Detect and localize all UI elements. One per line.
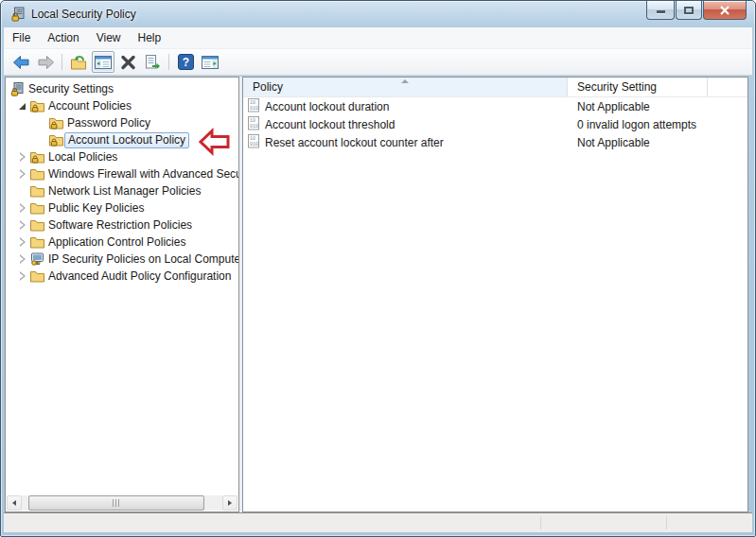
delete-button[interactable]: [116, 51, 139, 73]
expander-collapsed-icon[interactable]: [16, 152, 28, 162]
close-icon: [719, 6, 730, 15]
tree-item-label: Advanced Audit Policy Configuration: [48, 269, 231, 283]
policy-row-account-lockout-duration[interactable]: 10 010 Account lockout duration Not Appl…: [243, 97, 747, 115]
toolbar-separator: [62, 54, 62, 70]
expander-expanded-icon[interactable]: [16, 103, 28, 110]
tree-item-windows-firewall[interactable]: Windows Firewall with Advanced Security: [6, 165, 238, 182]
security-setting-value: 0 invalid logon attempts: [568, 118, 708, 131]
horizontal-scrollbar[interactable]: [7, 495, 237, 511]
svg-text:010: 010: [250, 106, 258, 112]
local-security-policy-window: Local Security Policy File Action View H…: [0, 0, 756, 537]
folder-lock-icon: [30, 99, 44, 113]
expander-collapsed-icon[interactable]: [16, 203, 28, 213]
maximize-icon: [684, 7, 694, 14]
toolbar: ?: [4, 49, 752, 76]
back-button[interactable]: [9, 51, 32, 73]
show-hide-console-tree-icon: [95, 56, 112, 69]
policy-row-reset-lockout-counter[interactable]: 10 010 Reset account lockout counter aft…: [243, 133, 747, 151]
scroll-left-icon: [12, 500, 16, 506]
status-bar-divider: [666, 516, 667, 529]
up-one-level-button[interactable]: [67, 51, 90, 73]
folder-icon: [30, 201, 44, 215]
expander-collapsed-icon[interactable]: [16, 254, 28, 264]
column-header-label: Security Setting: [577, 80, 657, 94]
menu-file[interactable]: File: [4, 28, 39, 47]
scroll-left-button[interactable]: [7, 495, 22, 511]
tree-item-application-control[interactable]: Application Control Policies: [6, 234, 238, 251]
policy-doc-icon: 10 010: [247, 116, 260, 133]
help-button[interactable]: ?: [174, 51, 197, 73]
menu-help[interactable]: Help: [130, 28, 170, 47]
expander-collapsed-icon[interactable]: [16, 220, 28, 230]
list-header: Policy Security Setting: [243, 78, 747, 97]
close-button[interactable]: [703, 1, 747, 20]
tree-item-label: Password Policy: [67, 116, 150, 130]
show-hide-action-pane-button[interactable]: [199, 51, 221, 73]
toolbar-separator: [168, 54, 169, 70]
folder-icon: [30, 269, 44, 283]
tree-item-security-settings[interactable]: Security Settings: [6, 80, 238, 97]
tree-item-label: Software Restriction Policies: [48, 218, 192, 232]
expander-collapsed-icon[interactable]: [16, 169, 28, 179]
selected-tree-item-highlight: Account Lockout Policy: [64, 132, 189, 148]
show-hide-action-pane-icon: [202, 56, 219, 69]
expander-collapsed-icon[interactable]: [16, 271, 28, 281]
tree-item-public-key-policies[interactable]: Public Key Policies: [6, 199, 238, 217]
folder-icon: [30, 235, 44, 249]
menu-bar: File Action View Help: [4, 27, 752, 49]
svg-text:010: 010: [250, 124, 258, 130]
security-policy-app-icon: [10, 7, 26, 22]
delete-icon: [120, 55, 136, 70]
tree-item-software-restriction[interactable]: Software Restriction Policies: [6, 217, 238, 234]
tree-item-label: Network List Manager Policies: [48, 184, 201, 198]
scrollbar-grip-icon: [113, 499, 120, 507]
window-title: Local Security Policy: [31, 8, 136, 21]
folder-icon: [30, 218, 44, 232]
minimize-icon: [657, 10, 665, 13]
policy-doc-icon: 10 010: [247, 98, 260, 115]
tree-item-label: Application Control Policies: [48, 235, 185, 249]
tree-item-advanced-audit[interactable]: Advanced Audit Policy Configuration: [6, 268, 238, 285]
scroll-right-icon: [228, 500, 232, 506]
minimize-button[interactable]: [646, 1, 675, 20]
folder-icon: [30, 167, 44, 181]
scrollbar-thumb[interactable]: [28, 495, 204, 511]
column-header-blank[interactable]: [708, 78, 747, 96]
menu-view[interactable]: View: [88, 28, 130, 47]
folder-icon: [30, 184, 44, 198]
folder-lock-icon: [49, 116, 63, 130]
expander-collapsed-icon[interactable]: [16, 237, 28, 247]
tree-item-label: IP Security Policies on Local Computer: [48, 252, 239, 266]
status-bar-divider: [540, 516, 541, 529]
maximize-button[interactable]: [676, 1, 702, 20]
title-bar[interactable]: Local Security Policy: [1, 1, 755, 27]
security-settings-icon: [10, 82, 25, 96]
tree-item-network-list-manager[interactable]: Network List Manager Policies: [6, 182, 238, 199]
forward-icon: [37, 55, 55, 70]
scroll-right-button[interactable]: [222, 495, 237, 511]
tree-item-account-policies[interactable]: Account Policies: [6, 97, 238, 114]
menu-action[interactable]: Action: [39, 28, 87, 47]
policy-name: Account lockout threshold: [265, 118, 395, 131]
tree-item-label: Public Key Policies: [48, 201, 144, 215]
policy-name: Reset account lockout counter after: [265, 136, 444, 149]
tree-item-ip-security-policies[interactable]: IP Security Policies on Local Computer: [6, 251, 238, 268]
red-annotation-arrow-icon: [199, 128, 231, 159]
policy-row-account-lockout-threshold[interactable]: 10 010 Account lockout threshold 0 inval…: [243, 115, 747, 133]
ip-security-icon: [30, 252, 44, 266]
show-hide-console-tree-button[interactable]: [92, 51, 114, 73]
column-header-policy[interactable]: Policy: [243, 78, 568, 96]
policy-doc-icon: 10 010: [247, 134, 260, 151]
policy-list-pane: Policy Security Setting 10 010 Account l…: [242, 77, 748, 512]
status-bar: [4, 512, 752, 532]
tree-item-label: Account Policies: [48, 99, 132, 113]
tree-item-label: Local Policies: [48, 150, 117, 164]
svg-text:010: 010: [250, 142, 258, 147]
svg-text:?: ?: [182, 56, 188, 69]
column-header-security-setting[interactable]: Security Setting: [568, 78, 708, 96]
help-icon: ?: [178, 54, 194, 70]
tree-item-label: Account Lockout Policy: [68, 133, 185, 147]
security-setting-value: Not Applicable: [568, 100, 708, 113]
export-list-button[interactable]: [141, 51, 164, 73]
forward-button[interactable]: [34, 51, 57, 73]
